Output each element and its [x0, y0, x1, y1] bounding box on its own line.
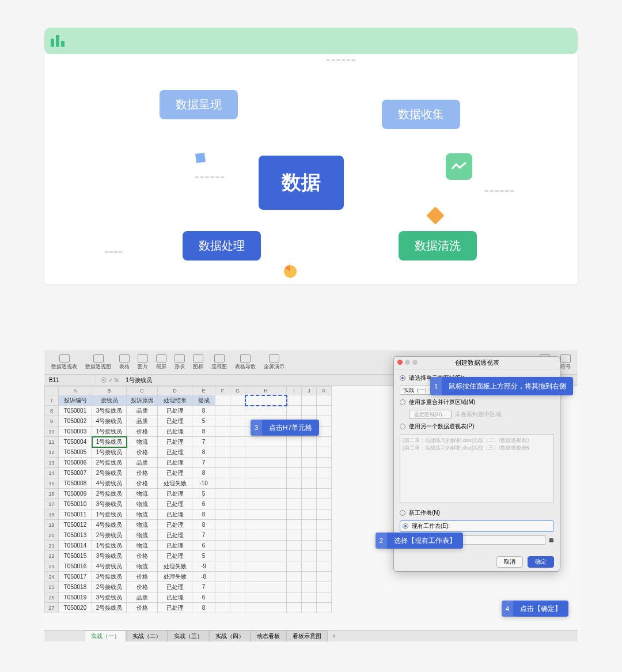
sheet-tab[interactable]: 实战（四）: [209, 631, 251, 641]
cell[interactable]: 已处理: [158, 416, 192, 426]
cell[interactable]: 已处理: [158, 582, 192, 592]
cell[interactable]: [245, 582, 287, 592]
cell[interactable]: 价格: [127, 478, 158, 489]
cell[interactable]: 物流: [127, 561, 158, 572]
cell[interactable]: [215, 437, 230, 447]
cell[interactable]: [230, 520, 245, 530]
cell[interactable]: 已处理: [158, 437, 192, 447]
cell[interactable]: [317, 509, 332, 520]
cell[interactable]: [317, 561, 332, 572]
cell[interactable]: 已处理: [158, 406, 192, 416]
cell[interactable]: [230, 499, 245, 509]
cell[interactable]: 已处理: [158, 447, 192, 458]
cell[interactable]: T050003: [59, 426, 92, 437]
cell[interactable]: T050020: [59, 603, 92, 613]
cell[interactable]: T050004: [59, 437, 92, 447]
cell[interactable]: [215, 541, 230, 551]
cell[interactable]: [215, 489, 230, 499]
cell[interactable]: 处理失败: [158, 572, 192, 582]
cell[interactable]: [245, 551, 287, 561]
cell[interactable]: [317, 541, 332, 551]
cell[interactable]: [245, 458, 287, 468]
cell[interactable]: [317, 437, 332, 447]
cell[interactable]: [230, 509, 245, 520]
cell[interactable]: 物流: [127, 499, 158, 509]
cell[interactable]: [215, 499, 230, 509]
cell[interactable]: [230, 541, 245, 551]
tb-picture[interactable]: 图片: [134, 353, 151, 372]
cell[interactable]: [317, 551, 332, 561]
radio-another-pivot[interactable]: [400, 424, 405, 429]
cell[interactable]: 5: [192, 489, 215, 499]
cell[interactable]: [302, 478, 317, 489]
cell[interactable]: T050011: [59, 509, 92, 520]
ok-button[interactable]: 确定: [528, 556, 554, 568]
cell[interactable]: 4号接线员: [92, 520, 127, 530]
cell[interactable]: [317, 406, 332, 416]
cell[interactable]: [287, 478, 302, 489]
radio-existing-sheet[interactable]: [403, 523, 408, 529]
add-sheet-button[interactable]: +: [328, 632, 340, 640]
cell[interactable]: [287, 520, 302, 530]
cell[interactable]: [215, 530, 230, 541]
cell[interactable]: 1号接线员: [92, 447, 127, 458]
tb-fullscreen[interactable]: 全屏演示: [260, 353, 288, 372]
cell[interactable]: [317, 468, 332, 478]
cell[interactable]: 7: [192, 458, 215, 468]
cell[interactable]: 物流: [127, 541, 158, 551]
cell[interactable]: [302, 468, 317, 478]
cell[interactable]: [245, 395, 287, 406]
cell[interactable]: 处理结果: [158, 395, 192, 406]
cell[interactable]: [302, 395, 317, 406]
cell[interactable]: 处理失败: [158, 478, 192, 489]
cell[interactable]: [287, 530, 302, 541]
cell[interactable]: [302, 582, 317, 592]
cell[interactable]: 物流: [127, 509, 158, 520]
cell[interactable]: [317, 489, 332, 499]
tb-tablefn[interactable]: 表格导数: [232, 353, 259, 372]
tb-table[interactable]: 表格: [116, 353, 133, 372]
cell[interactable]: [230, 458, 245, 468]
cell[interactable]: 3号接线员: [92, 592, 127, 603]
cell[interactable]: [245, 520, 287, 530]
cell[interactable]: 品质: [127, 458, 158, 468]
close-icon[interactable]: [397, 360, 403, 365]
cell[interactable]: [287, 468, 302, 478]
cell[interactable]: T050013: [59, 530, 92, 541]
cell[interactable]: 已处理: [158, 509, 192, 520]
cell[interactable]: T050008: [59, 478, 92, 489]
sheet-tab[interactable]: 实战（二）: [126, 631, 168, 641]
cell[interactable]: [302, 541, 317, 551]
cell[interactable]: [245, 447, 287, 458]
cell[interactable]: [230, 592, 245, 603]
col-header[interactable]: F: [215, 387, 230, 395]
cell[interactable]: 已处理: [158, 468, 192, 478]
cell[interactable]: [317, 572, 332, 582]
tb-screenshot[interactable]: 截屏: [153, 353, 170, 372]
cell[interactable]: [287, 406, 302, 416]
cell[interactable]: [302, 592, 317, 603]
col-header[interactable]: E: [192, 387, 215, 395]
cell[interactable]: [230, 416, 245, 426]
col-header[interactable]: I: [287, 387, 302, 395]
cell[interactable]: T050002: [59, 416, 92, 426]
cell[interactable]: [287, 551, 302, 561]
cell[interactable]: T050014: [59, 541, 92, 551]
cell[interactable]: [215, 406, 230, 416]
cell[interactable]: T050015: [59, 551, 92, 561]
cell[interactable]: 2号接线员: [92, 468, 127, 478]
cell[interactable]: 2号接线员: [92, 458, 127, 468]
cell[interactable]: [230, 530, 245, 541]
cell[interactable]: [302, 437, 317, 447]
cell[interactable]: 6: [192, 592, 215, 603]
cell[interactable]: [302, 447, 317, 458]
cell[interactable]: 2号接线员: [92, 530, 127, 541]
window-controls[interactable]: [397, 360, 418, 365]
cell[interactable]: [230, 447, 245, 458]
cell[interactable]: T050001: [59, 406, 92, 416]
cell[interactable]: [287, 541, 302, 551]
cell[interactable]: [287, 572, 302, 582]
cell[interactable]: T050019: [59, 592, 92, 603]
cell[interactable]: [302, 551, 317, 561]
cancel-button[interactable]: 取消: [496, 556, 523, 568]
